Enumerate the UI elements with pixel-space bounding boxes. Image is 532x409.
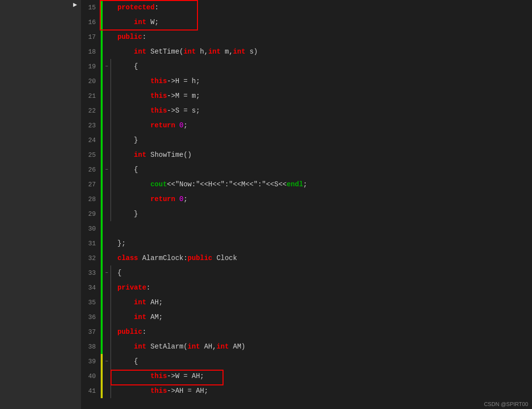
code-text: } xyxy=(115,133,532,147)
code-text: } xyxy=(115,206,532,221)
line-number: 39 xyxy=(81,358,101,365)
code-text: { xyxy=(115,59,532,74)
code-line: 27 cout<<"Now:"<<H<<":"<<M<<":"<<S<<endl… xyxy=(81,177,532,192)
line-number: 20 xyxy=(81,78,101,85)
code-line: 31}; xyxy=(81,236,532,251)
indent-connector xyxy=(111,118,115,133)
change-bar xyxy=(101,324,103,339)
line-number: 26 xyxy=(81,166,101,174)
code-line: 21 this->M = m; xyxy=(81,88,532,103)
change-bar xyxy=(101,29,103,44)
indent-connector xyxy=(111,59,115,74)
code-line: 32class AlarmClock:public Clock xyxy=(81,251,532,265)
line-number: 30 xyxy=(81,225,101,233)
indent-connector xyxy=(111,147,115,162)
line-number: 38 xyxy=(81,343,101,351)
line-number: 23 xyxy=(81,122,101,129)
change-bar xyxy=(101,221,103,236)
change-bar xyxy=(101,0,103,15)
indent-connector xyxy=(111,206,115,221)
editor-container: ► 15protected:16 int W;17public:18 int S… xyxy=(0,0,532,409)
code-text: class AlarmClock:public Clock xyxy=(115,251,532,265)
indent-connector xyxy=(111,162,115,177)
code-text: return 0; xyxy=(115,118,532,133)
code-text: public: xyxy=(115,324,532,339)
indent-connector xyxy=(111,383,115,398)
change-bar xyxy=(101,251,103,265)
watermark: CSDN @SPIRT00 xyxy=(484,401,528,407)
line-number: 40 xyxy=(81,373,101,380)
line-number: 41 xyxy=(81,387,101,395)
change-bar xyxy=(101,44,103,59)
left-gutter: ► xyxy=(0,0,81,409)
code-line: 16 int W; xyxy=(81,15,532,29)
code-line: 15protected: xyxy=(81,0,532,15)
code-text: public: xyxy=(115,29,532,44)
line-number: 21 xyxy=(81,92,101,100)
change-bar xyxy=(101,236,103,251)
change-bar xyxy=(101,15,103,29)
code-text: this->W = AH; xyxy=(115,369,532,383)
code-line: 36 int AM; xyxy=(81,310,532,324)
change-bar xyxy=(101,147,103,162)
code-line: 37public: xyxy=(81,324,532,339)
line-number: 15 xyxy=(81,4,101,11)
code-text: { xyxy=(115,162,532,177)
line-number: 34 xyxy=(81,284,101,292)
code-text: cout<<"Now:"<<H<<":"<<M<<":"<<S<<endl; xyxy=(115,177,532,192)
code-line: 25 int ShowTime() xyxy=(81,147,532,162)
code-line: 28 return 0; xyxy=(81,192,532,206)
code-text: this->S = s; xyxy=(115,103,532,118)
change-bar xyxy=(101,88,103,103)
line-number: 32 xyxy=(81,255,101,262)
code-line: 30 xyxy=(81,221,532,236)
fold-icon[interactable]: − xyxy=(103,62,111,70)
indent-connector xyxy=(111,295,115,310)
code-text: return 0; xyxy=(115,192,532,206)
indent-connector xyxy=(111,74,115,88)
code-text: }; xyxy=(115,236,532,251)
change-bar xyxy=(101,118,103,133)
line-number: 31 xyxy=(81,240,101,247)
change-bar xyxy=(101,206,103,221)
change-bar xyxy=(101,369,103,383)
indent-connector xyxy=(111,133,115,147)
code-line: 33−{ xyxy=(81,265,532,280)
line-number: 17 xyxy=(81,33,101,41)
line-number: 18 xyxy=(81,48,101,56)
indent-connector xyxy=(111,324,115,339)
code-text: int AH; xyxy=(115,295,532,310)
indent-connector xyxy=(111,339,115,354)
code-line: 22 this->S = s; xyxy=(81,103,532,118)
indent-connector xyxy=(111,369,115,383)
code-line: 29 } xyxy=(81,206,532,221)
change-bar xyxy=(101,280,103,295)
code-text: private: xyxy=(115,280,532,295)
code-line: 40 this->W = AH; xyxy=(81,369,532,383)
change-bar xyxy=(101,133,103,147)
change-bar xyxy=(101,295,103,310)
lines-container: 15protected:16 int W;17public:18 int Set… xyxy=(81,0,532,398)
line-number: 37 xyxy=(81,328,101,336)
line-number: 22 xyxy=(81,107,101,115)
arrow-indicator: ► xyxy=(73,1,77,9)
code-text: int AM; xyxy=(115,310,532,324)
indent-connector xyxy=(111,354,115,369)
code-line: 41 this->AH = AH; xyxy=(81,383,532,398)
line-number: 33 xyxy=(81,269,101,277)
line-number: 36 xyxy=(81,314,101,321)
change-bar xyxy=(101,383,103,398)
code-line: 24 } xyxy=(81,133,532,147)
code-line: 23 return 0; xyxy=(81,118,532,133)
line-number: 19 xyxy=(81,63,101,70)
fold-icon[interactable]: − xyxy=(103,357,111,365)
code-line: 26− { xyxy=(81,162,532,177)
code-line: 17public: xyxy=(81,29,532,44)
code-text: this->M = m; xyxy=(115,88,532,103)
fold-icon[interactable]: − xyxy=(103,166,111,174)
change-bar xyxy=(101,192,103,206)
code-text: int SetTime(int h,int m,int s) xyxy=(115,44,532,59)
code-text: protected: xyxy=(115,0,532,15)
code-area: 15protected:16 int W;17public:18 int Set… xyxy=(81,0,532,409)
fold-icon[interactable]: − xyxy=(103,269,111,277)
